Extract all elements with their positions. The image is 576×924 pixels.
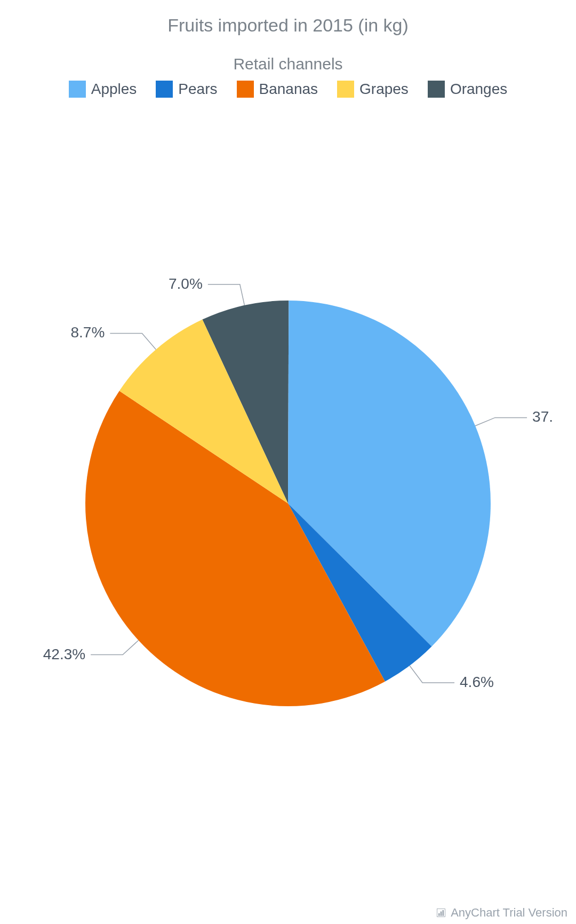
leader-line xyxy=(208,285,245,305)
svg-rect-2 xyxy=(441,912,442,916)
chart-title: Fruits imported in 2015 (in kg) xyxy=(0,15,576,36)
svg-rect-1 xyxy=(438,913,440,916)
legend-swatch xyxy=(69,81,86,98)
slice-label-grapes: 8.7% xyxy=(71,324,105,341)
legend-swatch xyxy=(337,81,354,98)
watermark: AnyChart Trial Version xyxy=(436,906,567,920)
pie-chart-area: 7.0%37.4.6%42.3%8.7% xyxy=(0,119,576,813)
slice-label-apples: 37. xyxy=(532,408,553,425)
legend-item-grapes[interactable]: Grapes xyxy=(337,81,409,98)
legend-title: Retail channels xyxy=(0,55,576,73)
slice-label-pears: 4.6% xyxy=(460,674,494,690)
leader-line xyxy=(410,666,454,683)
legend-item-oranges[interactable]: Oranges xyxy=(428,81,507,98)
leader-line xyxy=(91,641,139,655)
svg-rect-3 xyxy=(443,910,444,916)
slice-label-oranges: 7.0% xyxy=(169,275,203,292)
legend-label: Grapes xyxy=(359,81,409,98)
leader-line xyxy=(475,417,527,425)
legend-label: Pears xyxy=(178,81,217,98)
legend-label: Oranges xyxy=(450,81,507,98)
leader-line xyxy=(110,333,156,349)
legend-item-pears[interactable]: Pears xyxy=(156,81,217,98)
bar-chart-icon xyxy=(436,907,446,918)
legend-item-bananas[interactable]: Bananas xyxy=(237,81,318,98)
legend-label: Bananas xyxy=(259,81,318,98)
legend-swatch xyxy=(156,81,173,98)
legend-item-apples[interactable]: Apples xyxy=(69,81,137,98)
slice-label-bananas: 42.3% xyxy=(43,646,85,662)
legend-swatch xyxy=(428,81,445,98)
legend-swatch xyxy=(237,81,254,98)
watermark-text: AnyChart Trial Version xyxy=(451,906,567,920)
legend-label: Apples xyxy=(91,81,137,98)
legend: ApplesPearsBananasGrapesOranges xyxy=(0,81,576,98)
